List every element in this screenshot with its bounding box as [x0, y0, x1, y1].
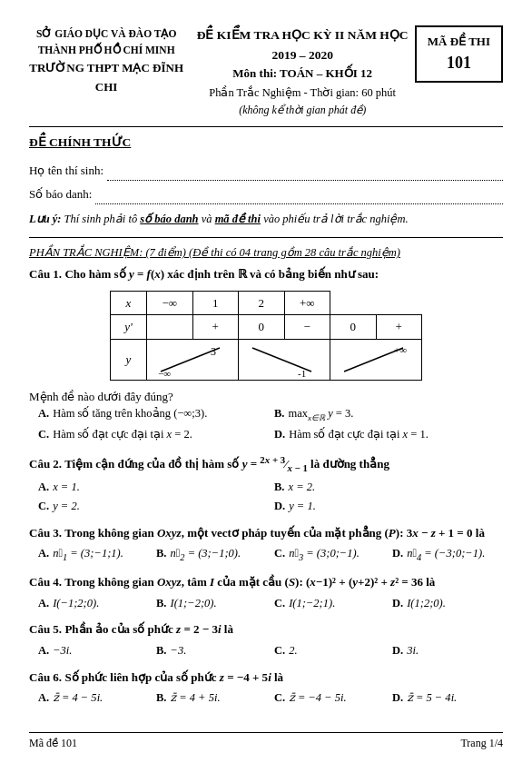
header-right: ĐỀ KIỂM TRA HỌC KỲ II NĂM HỌC 2019 – 202… [183, 25, 421, 119]
org-name: SỞ GIÁO DỤC VÀ ĐÀO TẠO [29, 25, 183, 42]
q2-answer-b: B. x = 2. [274, 479, 503, 496]
q2-answer-d: D. y = 1. [274, 498, 503, 515]
table-y-arrow1: 3 −∞ [147, 339, 239, 380]
arrow-down-svg: -1 [248, 342, 320, 377]
ma-de-number: 101 [428, 51, 490, 75]
student-id-line: Số báo danh: [29, 183, 503, 206]
footer-left: Mã đề 101 [29, 737, 77, 750]
q5-answer-b: B. −3. [156, 642, 267, 659]
official-label: ĐỀ CHÍNH THỨC [29, 134, 503, 150]
svg-text:−∞: −∞ [158, 368, 171, 377]
table-yprime-plus: + [192, 315, 239, 340]
q5-answer-a: A. −3i. [38, 642, 149, 659]
q2-num: Câu 2. [29, 457, 62, 471]
section-info: Phần Trắc Nghiệm - Thời gian: 60 phút [183, 84, 421, 102]
luu-y-italic: Lưu ý: Thí sinh phải tô số báo danh và m… [29, 213, 409, 225]
question-5-title: Câu 5. Phần ảo của số phức z = 2 − 3i là [29, 620, 503, 639]
subject: Môn thi: TOÁN – KHỐI 12 [183, 64, 421, 84]
table-y-arrow2: -1 [239, 339, 330, 380]
luu-y-before: Lưu ý: Thí sinh phải tô số báo danh và m… [29, 213, 409, 225]
ma-de-thi-box: MÃ ĐỀ THI 101 [415, 25, 503, 83]
table-y-label: y [111, 339, 147, 380]
q3-num: Câu 3. [29, 526, 62, 540]
q1-note: Mệnh đề nào dưới đây đúng? [29, 388, 503, 406]
table-yprime-label: y' [111, 315, 147, 340]
table-neg-inf: −∞ [147, 291, 193, 315]
table-yprime-zero1: 0 [239, 315, 285, 340]
q6-answer-b: B. z̄ = 4 + 5i. [156, 689, 267, 707]
table-yprime-zero2: 0 [330, 315, 377, 340]
arrow-up-svg: 3 −∞ [156, 342, 229, 377]
q3-answer-b: B. n⃗2 = (3;−1;0). [156, 545, 267, 564]
svg-text:-1: -1 [298, 368, 306, 377]
q1-answer-c: C. Hàm số đạt cực đại tại x = 2. [38, 426, 267, 443]
section-main: PHẦN TRẮC NGHIỆM: [29, 246, 143, 259]
q4-answer-c: C. I(1;−2;1). [274, 595, 385, 612]
q2-answers: A. x = 1. B. x = 2. C. y = 2. D. y = 1. [29, 479, 503, 515]
q4-answer-a: A. I(−1;2;0). [38, 595, 149, 612]
table-pos-inf: +∞ [284, 291, 330, 315]
id-dots [95, 203, 503, 204]
q6-answers: A. z̄ = 4 − 5i. B. z̄ = 4 + 5i. C. z̄ = … [29, 689, 503, 707]
question-1: Câu 1. Cho hàm số y = f(x) xác định trên… [29, 265, 503, 443]
note-time: (không kể thời gian phát đề) [183, 102, 421, 119]
q4-answers: A. I(−1;2;0). B. I(1;−2;0). C. I(1;−2;1)… [29, 595, 503, 612]
q5-answer-c: C. 2. [274, 642, 385, 659]
q6-answer-c: C. z̄ = −4 − 5i. [274, 689, 385, 707]
q2-answer-a: A. x = 1. [38, 479, 267, 496]
question-2: Câu 2. Tiệm cận đứng của đồ thị hàm số y… [29, 452, 503, 515]
student-info: Họ tên thí sinh: Số báo danh: [29, 159, 503, 206]
q4-answer-d: D. I(1;2;0). [392, 595, 503, 612]
school-name: TRƯỜNG THPT MẠC ĐĨNH CHI [29, 59, 183, 97]
svg-text:+∞: +∞ [394, 344, 407, 355]
q3-answers: A. n⃗1 = (3;−1;1). B. n⃗2 = (3;−1;0). C.… [29, 545, 503, 564]
page-footer: Mã đề 101 Trang 1/4 [29, 732, 503, 750]
q6-answer-d: D. z̄ = 5 − 4i. [392, 689, 503, 707]
variation-table: x −∞ 1 2 +∞ y' + 0 − 0 + y 3 −∞ [110, 291, 422, 381]
table-x2: 2 [239, 291, 285, 315]
q1-num: Câu 1. [29, 267, 62, 281]
q1-answer-b: B. maxx∈ℝ y = 3. [274, 405, 503, 424]
section-title: PHẦN TRẮC NGHIỆM: (7 điểm) (Đề thi có 04… [29, 245, 503, 260]
table-y-arrow3: +∞ [330, 339, 422, 380]
city-name: THÀNH PHỐ HỒ CHÍ MINH [29, 42, 183, 58]
question-1-title: Câu 1. Cho hàm số y = f(x) xác định trên… [29, 265, 503, 283]
name-label: Họ tên thí sinh: [29, 159, 103, 183]
table-yprime-plus2: + [376, 315, 422, 340]
q2-answer-c: C. y = 2. [38, 498, 267, 515]
question-6: Câu 6. Số phức liên hợp của số phức z = … [29, 669, 503, 707]
q5-answer-d: D. 3i. [392, 642, 503, 659]
question-6-title: Câu 6. Số phức liên hợp của số phức z = … [29, 669, 503, 687]
q1-answers: A. Hàm số tăng trên khoảng (−∞;3). B. ma… [29, 405, 503, 443]
q1-answer-a: A. Hàm số tăng trên khoảng (−∞;3). [38, 405, 267, 424]
question-2-title: Câu 2. Tiệm cận đứng của đồ thị hàm số y… [29, 452, 503, 475]
q4-answer-b: B. I(1;−2;0). [156, 595, 267, 612]
q5-num: Câu 5. [29, 622, 62, 636]
q4-num: Câu 4. [29, 575, 62, 589]
header-left: SỞ GIÁO DỤC VÀ ĐÀO TẠO THÀNH PHỐ HỒ CHÍ … [29, 25, 183, 96]
question-4: Câu 4. Trong không gian Oxyz, tâm I của … [29, 573, 503, 611]
q5-answers: A. −3i. B. −3. C. 2. D. 3i. [29, 642, 503, 659]
arrow-up2-svg: +∞ [340, 342, 412, 377]
ma-de-label: MÃ ĐỀ THI [428, 33, 490, 51]
section-sub: (7 điểm) (Đề thi có 04 trang gồm 28 câu … [143, 246, 400, 259]
q3-answer-a: A. n⃗1 = (3;−1;1). [38, 545, 149, 564]
student-name-line: Họ tên thí sinh: [29, 159, 503, 183]
question-3-title: Câu 3. Trong không gian Oxyz, một vectơ … [29, 524, 503, 542]
question-3: Câu 3. Trong không gian Oxyz, một vectơ … [29, 524, 503, 565]
id-label: Số báo danh: [29, 183, 92, 206]
luu-y: Lưu ý: Thí sinh phải tô số báo danh và m… [29, 212, 503, 226]
question-4-title: Câu 4. Trong không gian Oxyz, tâm I của … [29, 573, 503, 591]
q3-answer-c: C. n⃗3 = (3;0;−1). [274, 545, 385, 564]
table-x1: 1 [192, 291, 239, 315]
svg-text:3: 3 [211, 345, 216, 358]
table-yprime-minus: − [284, 315, 330, 340]
name-dots [107, 180, 503, 181]
question-5: Câu 5. Phần ảo của số phức z = 2 − 3i là… [29, 620, 503, 659]
table-x-label: x [111, 291, 147, 315]
table-yprime-neg [147, 315, 193, 340]
q3-answer-d: D. n⃗4 = (−3;0;−1). [392, 545, 503, 564]
exam-title: ĐỀ KIỂM TRA HỌC KỲ II NĂM HỌC 2019 – 202… [183, 25, 421, 64]
q6-num: Câu 6. [29, 670, 62, 684]
q6-answer-a: A. z̄ = 4 − 5i. [38, 689, 149, 707]
